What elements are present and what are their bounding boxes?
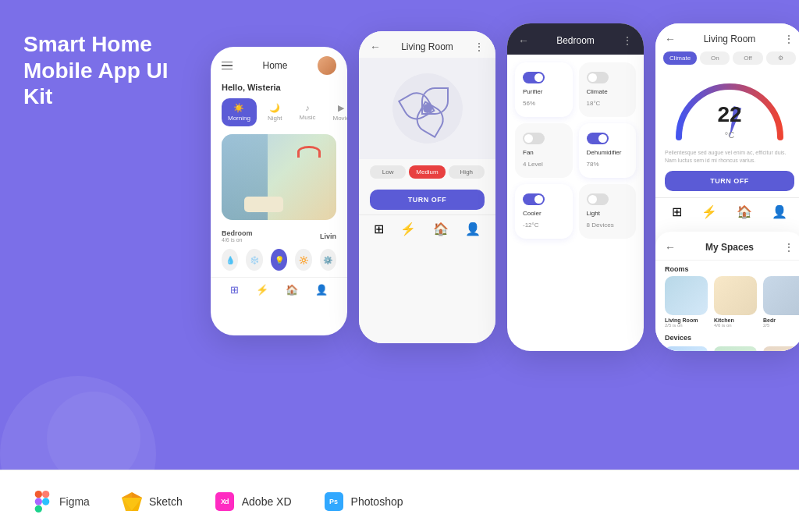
climate-nav-icon-4[interactable]: 👤 [772, 204, 787, 219]
room-thumb-img-bedr [763, 276, 799, 315]
phone-spaces: ← My Spaces ⋮ Rooms Living Room 2/5 is o… [655, 232, 799, 351]
mode-night[interactable]: 🌙 Night [261, 98, 289, 126]
rooms-scroll: Living Room 2/5 is on Kitchen 4/6 is on … [655, 276, 799, 334]
photoshop-label: Photoshop [351, 495, 403, 508]
climate-turn-off-button[interactable]: TURN OFF [665, 171, 794, 191]
hamburger-icon[interactable] [222, 62, 233, 70]
room-thumb-status-kitchen: 4/6 is on [714, 323, 757, 328]
climate-nav: ⊞ ⚡ 🏠 👤 [655, 197, 799, 225]
speed-low[interactable]: Low [370, 165, 406, 179]
device-card-cooler: Cooler -12°C [515, 184, 573, 239]
back-arrow-icon[interactable]: ← [370, 41, 381, 53]
device-value-light: 8 Devices [587, 222, 629, 229]
toggle-knob-cooler [534, 195, 543, 204]
climate-description: Pellentesque sed augue vel enim ac, effi… [655, 149, 799, 165]
dots-menu-icon[interactable]: ⋮ [474, 41, 485, 53]
home-title: Home [262, 60, 287, 71]
toggle-light[interactable] [587, 193, 609, 205]
toggle-fan[interactable] [523, 133, 545, 144]
device-card-fan: Fan 4 Level [515, 123, 573, 178]
mode-movie[interactable]: ▶ Movie [326, 98, 347, 126]
toggle-cooler[interactable] [523, 193, 545, 205]
fan-nav-icon-3[interactable]: 🏠 [433, 222, 449, 236]
phone-fan: ← Living Room ⋮ Low Me [359, 31, 495, 343]
device-name-light: Light [587, 210, 629, 217]
climate-mode-off[interactable]: Off [733, 51, 762, 65]
xd-icon-shape: Xd [215, 492, 234, 511]
climate-nav-icon-3[interactable]: 🏠 [737, 204, 752, 219]
bedroom-header: ← Bedroom ⋮ [507, 23, 644, 55]
room-name: Bedroom [222, 229, 253, 237]
mode-night-label: Night [268, 115, 282, 122]
room-card [222, 134, 336, 220]
turn-off-button-fan[interactable]: TURN OFF [370, 190, 485, 210]
toggle-climate[interactable] [587, 72, 609, 83]
bedroom-pillow [244, 197, 283, 212]
climate-back-icon[interactable]: ← [665, 33, 676, 45]
phone-bedroom: ← Bedroom ⋮ Purifier 56% [507, 23, 644, 351]
mode-movie-label: Movie [332, 115, 347, 122]
tool-adobexd: Xd Adobe XD [214, 491, 292, 512]
bedroom-back-icon[interactable]: ← [518, 34, 529, 47]
speed-high[interactable]: High [449, 165, 485, 179]
devices-section-label: Devices [665, 334, 794, 342]
device-mini-dehum: Dehum 67 D [763, 346, 799, 351]
toggle-knob-climate [588, 73, 597, 82]
device-icon-3[interactable]: 💡 [271, 249, 287, 271]
music-icon: ♪ [305, 103, 310, 112]
climate-nav-icon-2[interactable]: ⚡ [701, 204, 717, 219]
mode-morning[interactable]: ☀️ Morning [222, 98, 257, 126]
toggle-knob-purifier [534, 73, 543, 82]
room-thumb-living: Living Room 2/5 is on [665, 276, 708, 328]
phone-home: Home Hello, Wisteria ☀️ Morning 🌙 Night … [211, 47, 347, 335]
device-mini-img-dehum [763, 346, 799, 351]
device-card-climate: Climate 18°C [579, 62, 637, 117]
toggle-dehumidifier[interactable] [587, 133, 609, 144]
climate-nav-icon-1[interactable]: ⊞ [672, 204, 682, 219]
bedroom-title: Bedroom [556, 35, 595, 46]
climate-dots-icon[interactable]: ⋮ [783, 33, 794, 45]
device-icon-4[interactable]: 🔆 [295, 249, 311, 271]
climate-mode-climate[interactable]: Climate [663, 51, 697, 65]
nav-settings-icon[interactable]: 🏠 [286, 284, 298, 296]
room-info-left: Bedroom 4/6 is on [222, 229, 253, 243]
device-card-dehumidifier: Dehumidifier 78% [579, 123, 637, 178]
mode-tabs: ☀️ Morning 🌙 Night ♪ Music ▶ Movie [211, 98, 347, 134]
climate-mode-on[interactable]: On [700, 51, 730, 65]
phone-home-nav: ⊞ ⚡ 🏠 👤 [211, 277, 347, 303]
fan-nav-icon-2[interactable]: ⚡ [400, 222, 416, 236]
fan-nav-icon-1[interactable]: ⊞ [374, 222, 384, 236]
fan-center [423, 104, 432, 113]
temp-number: 22 [717, 102, 741, 126]
device-mini-img-ac [665, 346, 708, 351]
spaces-dots-icon[interactable]: ⋮ [783, 241, 794, 254]
speed-selector: Low Medium High [359, 159, 495, 185]
climate-mode-settings[interactable]: ⚙ [766, 51, 796, 65]
device-icon-1[interactable]: 💧 [222, 249, 238, 271]
device-name-climate: Climate [587, 88, 629, 95]
device-value-cooler: -12°C [523, 222, 565, 229]
device-name-fan: Fan [523, 149, 565, 156]
bg-circle-2 [47, 392, 140, 485]
nav-profile-icon[interactable]: 👤 [315, 284, 328, 296]
photoshop-icon: Ps [323, 491, 345, 512]
fan-nav-icon-4[interactable]: 👤 [465, 222, 481, 236]
toggle-purifier[interactable] [523, 72, 545, 83]
room-thumb-status-living: 2/5 is on [665, 323, 708, 328]
toggle-knob-dehumidifier [598, 134, 607, 143]
device-icon-5[interactable]: ⚙️ [320, 249, 336, 271]
climate-mode-tabs: Climate On Off ⚙ [655, 51, 799, 71]
movie-icon: ▶ [338, 103, 344, 113]
nav-devices-icon[interactable]: ⚡ [256, 284, 268, 296]
main-container: Smart Home Mobile App UI Kit Home Hello,… [0, 0, 799, 532]
device-icon-2[interactable]: ❄️ [246, 249, 262, 271]
nav-home-icon[interactable]: ⊞ [230, 284, 239, 296]
user-avatar[interactable] [318, 56, 336, 75]
device-mini-ac: Air Conditioning 44 Devices [665, 346, 708, 351]
bedroom-dots-icon[interactable]: ⋮ [622, 34, 633, 47]
speed-medium[interactable]: Medium [409, 165, 445, 179]
adobexd-icon: Xd [214, 491, 236, 512]
spaces-back-icon[interactable]: ← [665, 241, 676, 254]
mode-music[interactable]: ♪ Music [293, 98, 322, 126]
device-value-climate: 18°C [587, 100, 629, 107]
